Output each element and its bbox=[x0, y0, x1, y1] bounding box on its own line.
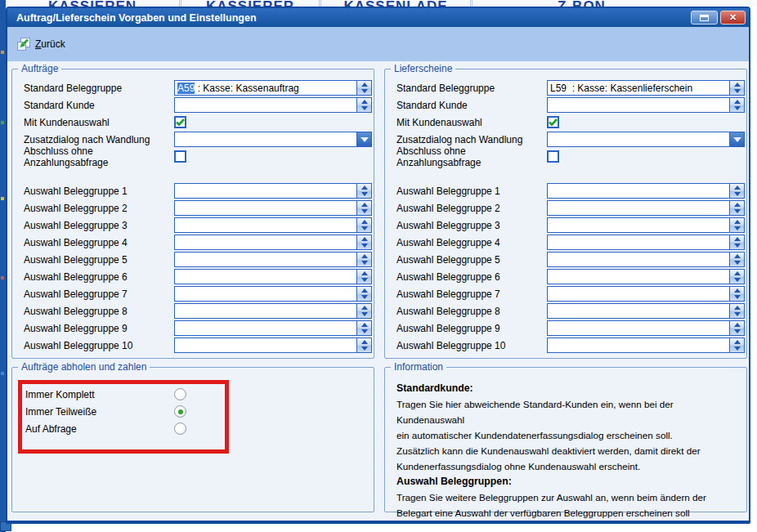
dropdown-button[interactable] bbox=[356, 132, 371, 146]
restore-button[interactable] bbox=[691, 11, 718, 25]
field-label: Auswahl Beleggruppe 7 bbox=[396, 288, 547, 300]
spinner-button[interactable] bbox=[729, 81, 744, 95]
mit-kundenauswahl-checkbox-lieferscheine[interactable] bbox=[547, 116, 559, 128]
back-button[interactable]: Zurück bbox=[17, 38, 65, 51]
auswahl-beleggruppe-3-auftraege[interactable] bbox=[174, 217, 372, 233]
bg-button-kassieren[interactable]: KASSIEREN bbox=[6, 0, 179, 7]
auswahl-beleggruppe-9-auftraege[interactable] bbox=[174, 320, 372, 336]
auswahl-beleggruppe-8-auftraege[interactable] bbox=[174, 303, 372, 319]
dialog-titlebar[interactable]: Auftrag/Lieferschein Vorgaben und Einste… bbox=[7, 8, 749, 27]
spinner-button[interactable] bbox=[356, 81, 371, 95]
spinner-button[interactable] bbox=[729, 338, 744, 352]
info-text: Belegart eine Auswahl der verfügbaren Be… bbox=[396, 505, 738, 521]
spinner-button[interactable] bbox=[729, 304, 744, 318]
spinner-button[interactable] bbox=[356, 253, 371, 266]
bg-button-zbon[interactable]: Z-BON bbox=[470, 0, 691, 7]
auswahl-beleggruppe-7-auftraege[interactable] bbox=[174, 286, 372, 302]
zusatzdialog-dropdown-lieferscheine[interactable] bbox=[547, 132, 745, 147]
standard-kunde-input-lieferscheine[interactable] bbox=[547, 97, 745, 113]
field-row: Standard Beleggruppe L59 : Kasse: Kassen… bbox=[396, 79, 745, 96]
field-row: Auswahl Beleggruppe 7 bbox=[396, 285, 745, 302]
standard-kunde-input-auftraege[interactable] bbox=[174, 97, 372, 113]
field-row: Auswahl Beleggruppe 4 bbox=[24, 234, 372, 251]
spinner-button[interactable] bbox=[356, 98, 371, 112]
auswahl-beleggruppe-10-auftraege[interactable] bbox=[174, 338, 372, 353]
auswahl-beleggruppe-6-auftraege[interactable] bbox=[174, 269, 372, 284]
field-label: Auswahl Beleggruppe 8 bbox=[396, 306, 547, 317]
field-row: Abschluss ohne Anzahlungsabfrage bbox=[24, 148, 372, 165]
field-label: Auswahl Beleggruppe 9 bbox=[396, 323, 547, 334]
auswahl-beleggruppe-9-lieferscheine[interactable] bbox=[547, 320, 745, 336]
spinner-button[interactable] bbox=[729, 184, 744, 198]
field-row: Auswahl Beleggruppe 5 bbox=[24, 251, 372, 268]
close-button[interactable]: ✕ bbox=[720, 11, 746, 25]
spinner-button[interactable] bbox=[356, 338, 371, 352]
field-label: Auswahl Beleggruppe 5 bbox=[396, 254, 547, 266]
spinner-button[interactable] bbox=[729, 270, 744, 284]
spinner-button[interactable] bbox=[356, 235, 371, 249]
spinner-button[interactable] bbox=[356, 218, 371, 232]
auswahl-beleggruppe-3-lieferscheine[interactable] bbox=[547, 217, 745, 233]
auswahl-beleggruppe-8-lieferscheine[interactable] bbox=[547, 303, 745, 319]
dropdown-button[interactable] bbox=[729, 132, 744, 146]
spinner-button[interactable] bbox=[729, 253, 744, 266]
field-label: Auswahl Beleggruppe 5 bbox=[24, 254, 174, 266]
standard-beleggruppe-input-auftraege[interactable]: A59 : Kasse: Kassenauftrag bbox=[174, 80, 372, 96]
auswahl-beleggruppe-6-lieferscheine[interactable] bbox=[547, 269, 745, 284]
field-label: Mit Kundenauswahl bbox=[24, 117, 174, 128]
spinner-button[interactable] bbox=[356, 304, 371, 318]
check-icon bbox=[549, 118, 558, 127]
spinner-button[interactable] bbox=[729, 287, 744, 301]
field-label: Auswahl Beleggruppe 2 bbox=[24, 203, 174, 214]
field-row: Auswahl Beleggruppe 3 bbox=[24, 217, 372, 234]
radio-label: Immer Teilweiße bbox=[25, 406, 174, 418]
spinner-button[interactable] bbox=[356, 287, 371, 301]
group-lieferscheine: Lieferscheine Standard Beleggruppe L59 :… bbox=[384, 69, 747, 359]
standard-beleggruppe-input-lieferscheine[interactable]: L59 : Kasse: Kassenlieferschein bbox=[547, 80, 745, 96]
auswahl-beleggruppe-1-auftraege[interactable] bbox=[174, 183, 372, 199]
spinner-button[interactable] bbox=[729, 321, 744, 335]
auswahl-beleggruppe-2-auftraege[interactable] bbox=[174, 200, 372, 216]
field-row: Mit Kundenauswahl bbox=[24, 114, 372, 131]
auswahl-beleggruppe-2-lieferscheine[interactable] bbox=[547, 200, 745, 216]
dialog-toolbar: Zurück bbox=[7, 27, 749, 61]
auswahl-beleggruppe-7-lieferscheine[interactable] bbox=[547, 286, 745, 302]
zusatzdialog-dropdown-auftraege[interactable] bbox=[174, 132, 372, 147]
spinner-button[interactable] bbox=[356, 201, 371, 215]
auswahl-beleggruppe-4-auftraege[interactable] bbox=[174, 235, 372, 250]
field-label: Auswahl Beleggruppe 3 bbox=[24, 220, 174, 231]
abschluss-checkbox-auftraege[interactable] bbox=[174, 150, 186, 163]
field-label: Standard Kunde bbox=[24, 100, 174, 111]
abschluss-checkbox-lieferscheine[interactable] bbox=[547, 150, 559, 163]
spinner-button[interactable] bbox=[729, 218, 744, 232]
mit-kundenauswahl-checkbox-auftraege[interactable] bbox=[174, 116, 186, 128]
info-text: Tragen Sie hier abweichende Standard-Kun… bbox=[396, 396, 738, 427]
bg-button-kassenlade[interactable]: KASSENLADE bbox=[319, 0, 470, 7]
bg-button-kassierer[interactable]: KASSIERER bbox=[179, 0, 319, 7]
radio-immer-komplett[interactable] bbox=[174, 388, 186, 400]
spinner-button[interactable] bbox=[356, 184, 371, 198]
auswahl-beleggruppe-4-lieferscheine[interactable] bbox=[547, 235, 745, 250]
field-label: Auswahl Beleggruppe 4 bbox=[396, 237, 547, 248]
spinner-button[interactable] bbox=[729, 201, 744, 215]
radio-auf-abfrage[interactable] bbox=[174, 422, 186, 435]
group-abholen-title: Aufträge abholen und zahlen bbox=[18, 361, 150, 373]
field-label: Auswahl Beleggruppe 4 bbox=[24, 237, 174, 248]
close-icon: ✕ bbox=[729, 12, 737, 23]
field-row: Auswahl Beleggruppe 6 bbox=[396, 268, 745, 285]
field-row: Auswahl Beleggruppe 9 bbox=[396, 320, 745, 337]
auswahl-beleggruppe-5-auftraege[interactable] bbox=[174, 252, 372, 267]
field-label: Zusatzdialog nach Wandlung bbox=[24, 134, 174, 145]
auswahl-beleggruppe-1-lieferscheine[interactable] bbox=[547, 183, 745, 199]
group-auftraege: Aufträge Standard Beleggruppe A59 : Kass… bbox=[11, 69, 374, 359]
spinner-button[interactable] bbox=[356, 270, 371, 284]
radio-immer-teilweise[interactable] bbox=[174, 405, 186, 418]
group-auftraege-title: Aufträge bbox=[18, 63, 61, 74]
spinner-button[interactable] bbox=[729, 98, 744, 112]
spinner-button[interactable] bbox=[356, 321, 371, 335]
group-abholen: Aufträge abholen und zahlen Immer Komple… bbox=[11, 367, 374, 512]
auswahl-beleggruppe-10-lieferscheine[interactable] bbox=[547, 338, 745, 353]
group-information-title: Information bbox=[391, 361, 446, 373]
spinner-button[interactable] bbox=[729, 235, 744, 249]
auswahl-beleggruppe-5-lieferscheine[interactable] bbox=[547, 252, 745, 267]
